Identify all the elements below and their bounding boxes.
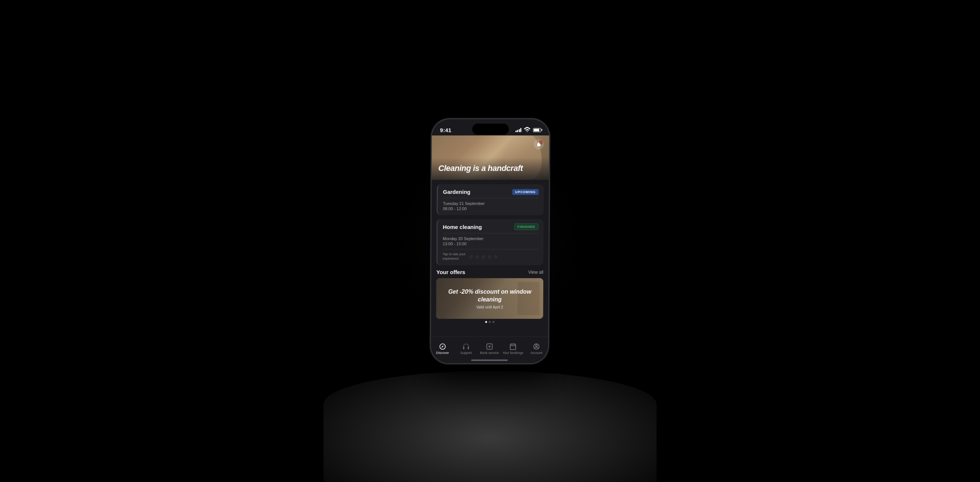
- main-content: Gardening UPCOMING Tuesday 21 September …: [431, 180, 549, 327]
- star-5[interactable]: ☆: [493, 254, 498, 259]
- bell-icon: [536, 142, 541, 147]
- booking-date-cleaning: Monday 20 September: [442, 236, 538, 241]
- nav-label-account: Account: [530, 351, 542, 354]
- booking-date-gardening: Tuesday 21 September: [443, 201, 539, 206]
- dot-1: [485, 321, 487, 323]
- notification-bell[interactable]: [534, 139, 544, 149]
- compass-icon: [439, 342, 446, 350]
- star-4[interactable]: ☆: [487, 254, 492, 259]
- rating-section: Tap to rate yourexperience ☆ ☆ ☆ ☆ ☆: [442, 249, 538, 260]
- nav-item-your-bookings[interactable]: Your bookings: [501, 342, 525, 354]
- status-icons: [515, 126, 541, 133]
- signal-icon: [515, 128, 521, 132]
- booking-card-header: Gardening UPCOMING: [443, 189, 539, 195]
- nav-item-discover[interactable]: Discover: [431, 342, 455, 354]
- star-3[interactable]: ☆: [481, 254, 486, 259]
- badge-upcoming: UPCOMING: [512, 189, 538, 195]
- nav-item-support[interactable]: Support: [454, 342, 478, 354]
- nav-item-book-service[interactable]: Book service: [478, 342, 501, 354]
- booking-divider: [443, 198, 538, 198]
- nav-label-book-service: Book service: [480, 351, 499, 354]
- offer-content: Get -20% discount on window cleaning Val…: [436, 278, 543, 319]
- phone-wrapper: 9:41: [431, 119, 549, 363]
- phone: 9:41: [431, 119, 549, 363]
- view-all-link[interactable]: View all: [528, 269, 543, 274]
- stone-base: [323, 371, 657, 482]
- booking-divider-cleaning: [442, 233, 538, 233]
- carousel-dots: [436, 321, 543, 323]
- hero-section: Cleaning is a handcraft: [431, 135, 549, 180]
- booking-card-header-cleaning: Home cleaning FINISHED: [442, 224, 538, 230]
- nav-item-account[interactable]: Account: [525, 342, 549, 354]
- dynamic-island: [472, 124, 509, 135]
- badge-finished: FINISHED: [514, 224, 538, 230]
- calendar-icon: [509, 342, 517, 350]
- offer-validity: Valid until April 2: [476, 305, 503, 309]
- bottom-nav: Discover Support B: [431, 336, 548, 363]
- nav-label-support: Support: [460, 351, 472, 354]
- booking-title-cleaning: Home cleaning: [442, 224, 482, 230]
- home-indicator: [471, 359, 508, 361]
- screen: 9:41: [431, 119, 549, 363]
- booking-time-cleaning: 13:00 - 15:00: [442, 241, 538, 246]
- wifi-icon: [524, 126, 531, 133]
- offers-title: Your offers: [436, 269, 465, 275]
- dot-3: [492, 321, 494, 323]
- battery-icon: [533, 128, 541, 132]
- offers-header: Your offers View all: [436, 269, 543, 275]
- plus-square-icon: [486, 342, 493, 350]
- scene: 9:41: [0, 0, 980, 482]
- dot-2: [488, 321, 490, 323]
- booking-time-gardening: 08:00 - 12:00: [443, 206, 539, 211]
- booking-card-home-cleaning[interactable]: Home cleaning FINISHED Monday 20 Septemb…: [436, 219, 544, 265]
- svg-point-8: [536, 344, 538, 346]
- nav-label-your-bookings: Your bookings: [503, 351, 523, 354]
- offer-text: Get -20% discount on window cleaning: [440, 288, 540, 304]
- booking-title-gardening: Gardening: [443, 189, 470, 195]
- battery-fill: [534, 128, 539, 131]
- booking-card-gardening[interactable]: Gardening UPCOMING Tuesday 21 September …: [437, 184, 544, 215]
- headphones-icon: [462, 342, 469, 350]
- rating-label: Tap to rate yourexperience: [442, 252, 466, 260]
- star-2[interactable]: ☆: [475, 254, 480, 259]
- star-1[interactable]: ☆: [469, 254, 473, 259]
- status-time: 9:41: [440, 127, 452, 133]
- nav-label-discover: Discover: [436, 351, 449, 354]
- star-rating[interactable]: ☆ ☆ ☆ ☆ ☆: [469, 254, 498, 259]
- offer-card-window-cleaning[interactable]: Get -20% discount on window cleaning Val…: [436, 278, 543, 319]
- svg-rect-3: [511, 344, 516, 349]
- hero-title: Cleaning is a handcraft: [438, 163, 523, 173]
- person-circle-icon: [533, 342, 540, 350]
